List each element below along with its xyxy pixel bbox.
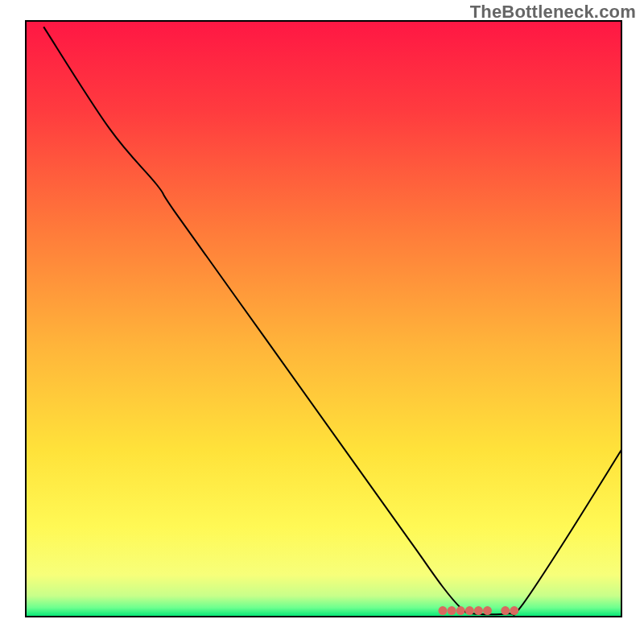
gradient-background [26,21,621,617]
marker-dot [510,606,518,615]
bottleneck-chart [0,0,644,644]
optimal-region-markers [439,606,519,615]
chart-container: TheBottleneck.com [0,0,644,644]
marker-dot [448,606,456,615]
marker-dot [474,606,483,615]
marker-dot [456,606,465,615]
marker-dot [483,606,492,615]
marker-dot [439,606,448,615]
marker-dot [465,606,474,615]
marker-dot [501,606,510,615]
watermark-text: TheBottleneck.com [470,2,636,23]
